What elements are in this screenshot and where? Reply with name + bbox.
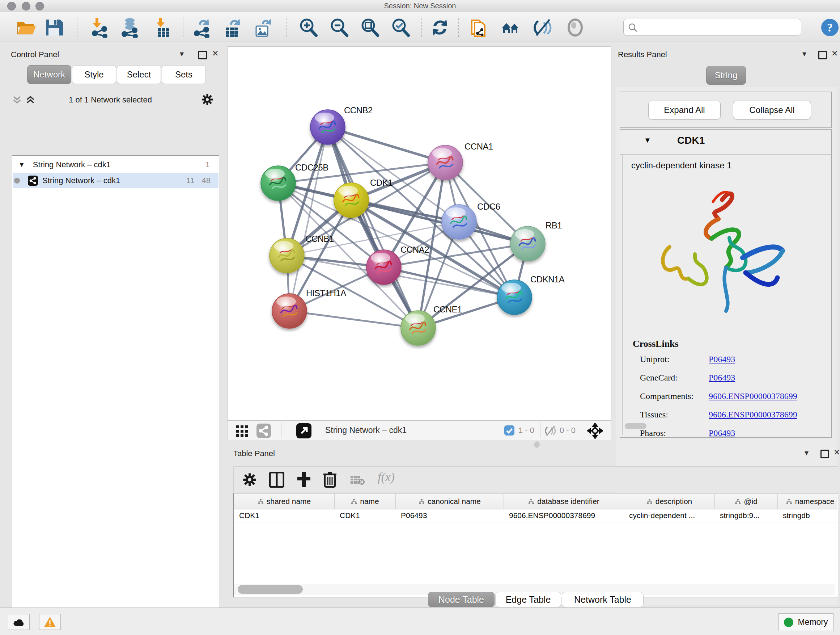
node-CCNA2[interactable] xyxy=(366,250,401,285)
column-header-description[interactable]: description xyxy=(624,494,715,509)
table-cell: stringdb:9... xyxy=(715,509,778,522)
pan-crosshair-icon[interactable] xyxy=(587,423,603,440)
node-CCNA1[interactable] xyxy=(428,145,463,180)
column-header-namespace[interactable]: namespace xyxy=(778,494,840,509)
edge-CCNB2-CCNA1[interactable] xyxy=(328,127,445,163)
tab-sets[interactable]: Sets xyxy=(162,65,206,84)
column-header-@id[interactable]: @id xyxy=(715,494,778,509)
help-icon[interactable]: ? xyxy=(821,18,840,38)
crosslink-row: Pharos:P06493 xyxy=(640,428,821,438)
column-header-shared-name[interactable]: shared name xyxy=(234,494,335,509)
tab-string[interactable]: String xyxy=(706,66,746,85)
network-canvas[interactable]: CCNB2CCNA1CDC25BCDK1CDC6RB1CCNB1CCNA2CDK… xyxy=(227,46,611,421)
node-label-CCNA1: CCNA1 xyxy=(464,141,493,151)
control-panel: Control Panel ▾ ✕ NetworkStyleSelectSets… xyxy=(3,46,218,607)
memory-button[interactable]: Memory xyxy=(778,613,834,631)
tab-network-table[interactable]: Network Table xyxy=(562,592,644,607)
selected-count: 1 - 0 xyxy=(518,426,534,435)
node-label-RB1: RB1 xyxy=(546,220,562,230)
node-RB1[interactable] xyxy=(510,226,545,261)
zoom-fit-icon[interactable] xyxy=(360,17,380,38)
export-table-icon[interactable] xyxy=(223,17,243,38)
crosslink-link[interactable]: P06493 xyxy=(709,428,735,438)
zoom-in-icon[interactable] xyxy=(298,17,318,38)
column-header-canonical-name[interactable]: canonical name xyxy=(396,494,504,509)
save-session-icon[interactable] xyxy=(44,17,65,38)
open-in-new-window-icon[interactable] xyxy=(296,423,311,440)
network-tree-root-row[interactable]: ▼ String Network – cdk1 1 xyxy=(13,157,218,172)
node-label-HIST1H1A: HIST1H1A xyxy=(306,288,346,298)
selected-checkbox-icon[interactable] xyxy=(504,425,515,437)
crosslink-link[interactable]: P06493 xyxy=(709,373,735,383)
zoom-selected-icon[interactable] xyxy=(390,17,411,38)
show-eye-icon[interactable] xyxy=(565,17,585,38)
search-icon xyxy=(628,23,638,32)
network-options-gear-icon[interactable] xyxy=(201,93,213,107)
birds-eye-view-icon[interactable] xyxy=(235,424,249,439)
control-panel-close-icon[interactable]: ✕ xyxy=(212,49,218,58)
results-panel-close-icon[interactable]: ✕ xyxy=(831,49,838,58)
table-type-tabs: Node TableEdge TableNetwork Table xyxy=(428,592,644,607)
control-panel-menu-icon[interactable]: ▾ xyxy=(180,49,184,59)
tab-node-table[interactable]: Node Table xyxy=(428,592,494,607)
expand-all-button[interactable]: Expand All xyxy=(648,101,721,119)
tab-edge-table[interactable]: Edge Table xyxy=(495,592,561,607)
string-network-graph[interactable]: CCNB2CCNA1CDC25BCDK1CDC6RB1CCNB1CCNA2CDK… xyxy=(227,47,611,420)
tab-style[interactable]: Style xyxy=(72,65,116,84)
table-row[interactable]: CDK1CDK1P064939606.ENSP00000378699cyclin… xyxy=(234,509,837,523)
protein-card-body: cyclin-dependent kinase 1 xyxy=(622,154,829,435)
node-CDK1[interactable] xyxy=(334,183,369,218)
cloud-button[interactable] xyxy=(8,614,30,630)
hide-results-glasses-icon[interactable] xyxy=(533,17,553,38)
network-tree-row-selected[interactable]: String Network – cdk1 11 48 xyxy=(13,173,218,188)
results-buttons-box: Expand All Collapse All xyxy=(620,92,832,128)
control-panel-title: Control Panel xyxy=(11,50,59,59)
results-hscrollbar-thumb[interactable] xyxy=(625,423,646,429)
protein-card-header[interactable]: ▼ CDK1 xyxy=(620,130,831,155)
export-network-icon[interactable] xyxy=(193,17,213,38)
network-share-disabled-icon[interactable] xyxy=(256,424,271,440)
string-home-icon[interactable] xyxy=(500,17,521,38)
table-hscrollbar-thumb[interactable] xyxy=(238,585,303,594)
table-gear-icon[interactable] xyxy=(242,472,257,488)
table-panel-float-icon[interactable] xyxy=(821,450,829,458)
open-session-icon[interactable] xyxy=(16,17,36,38)
refresh-icon[interactable] xyxy=(430,17,450,38)
crosslink-link[interactable]: P06493 xyxy=(709,355,735,364)
import-table-icon[interactable] xyxy=(153,17,174,38)
crosslink-link[interactable]: 9606.ENSP00000378699 xyxy=(709,410,797,420)
tab-select[interactable]: Select xyxy=(117,65,161,84)
node-CDC25B[interactable] xyxy=(261,166,295,201)
collapse-all-button[interactable]: Collapse All xyxy=(733,101,811,119)
export-image-icon[interactable] xyxy=(253,17,273,38)
control-panel-float-icon[interactable] xyxy=(198,51,207,59)
add-column-icon[interactable] xyxy=(296,471,312,489)
viewbar-separator xyxy=(496,423,496,439)
edge-HIST1H1A-CCNE1[interactable] xyxy=(289,311,418,328)
table-panel-menu-icon[interactable]: ▾ xyxy=(805,448,808,458)
table-panel-close-icon[interactable]: ✕ xyxy=(834,448,840,457)
tab-network[interactable]: Network xyxy=(27,65,71,84)
node-CDKN1A[interactable] xyxy=(497,280,532,315)
results-panel-menu-icon[interactable]: ▾ xyxy=(802,49,806,59)
show-columns-icon[interactable] xyxy=(269,472,284,489)
column-header-database-identifier[interactable]: database identifier xyxy=(504,494,624,509)
results-panel-float-icon[interactable] xyxy=(818,51,827,59)
node-CCNE1[interactable] xyxy=(401,310,436,345)
node-CDC6[interactable] xyxy=(442,204,477,239)
collapse-section-icon[interactable]: ▼ xyxy=(644,136,651,144)
node-CCNB2[interactable] xyxy=(310,110,345,144)
import-network-icon[interactable] xyxy=(90,17,111,38)
column-header-name[interactable]: name xyxy=(335,494,396,509)
node-CCNB1[interactable] xyxy=(270,238,304,273)
table-cell: P06493 xyxy=(396,509,504,522)
delete-column-trash-icon[interactable] xyxy=(323,471,337,489)
string-document-icon[interactable] xyxy=(469,17,489,38)
warnings-button[interactable] xyxy=(39,614,61,630)
import-database-icon[interactable] xyxy=(120,17,141,38)
tree-expander-icon[interactable]: ▼ xyxy=(19,161,25,169)
search-input[interactable] xyxy=(639,20,799,34)
crosslink-link[interactable]: 9606.ENSP00000378699 xyxy=(709,391,797,401)
zoom-out-icon[interactable] xyxy=(329,17,349,38)
node-HIST1H1A[interactable] xyxy=(272,294,307,328)
